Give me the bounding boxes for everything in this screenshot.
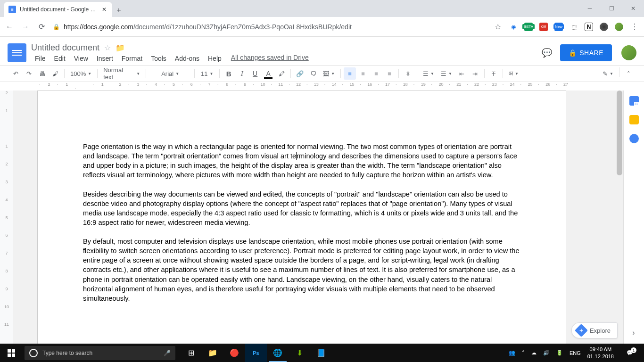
menu-file[interactable]: File bbox=[31, 54, 50, 63]
mode-select[interactable]: ✎▼ bbox=[600, 67, 616, 80]
utorrent-icon[interactable]: ⬇ bbox=[289, 344, 310, 362]
redo-button[interactable]: ↷ bbox=[23, 67, 35, 80]
extension-icon[interactable]: BETA bbox=[524, 23, 533, 31]
document-area: 211234567891011 Page orientation is the … bbox=[0, 90, 623, 344]
cortana-icon bbox=[29, 349, 38, 357]
paint-format-button[interactable]: 🖌 bbox=[49, 67, 61, 80]
extension-icon[interactable]: N bbox=[585, 23, 593, 31]
insert-comment-button[interactable]: 🗨 bbox=[307, 67, 319, 80]
taskbar-search[interactable]: Type here to search 🎤 bbox=[25, 346, 175, 360]
vertical-ruler[interactable]: 211234567891011 bbox=[0, 90, 13, 344]
scrollbar-thumb[interactable] bbox=[617, 90, 622, 175]
notifications-icon[interactable]: 💬1 bbox=[620, 350, 639, 356]
menu-insert[interactable]: Insert bbox=[93, 54, 117, 63]
start-button[interactable] bbox=[0, 344, 23, 362]
menu-view[interactable]: View bbox=[70, 54, 92, 63]
chrome-menu-icon[interactable]: ⋮ bbox=[630, 22, 639, 31]
insert-link-button[interactable]: 🔗 bbox=[294, 67, 306, 80]
menu-addons[interactable]: Add-ons bbox=[171, 54, 203, 63]
share-button[interactable]: 🔒 SHARE bbox=[560, 44, 612, 61]
input-tools-button[interactable]: अ▼ bbox=[506, 67, 521, 80]
onedrive-icon[interactable]: ☁ bbox=[531, 350, 537, 356]
menu-edit[interactable]: Edit bbox=[50, 54, 69, 63]
font-size-select[interactable]: 11▼ bbox=[198, 67, 216, 80]
extension-icon[interactable]: New bbox=[554, 23, 563, 31]
italic-button[interactable]: I bbox=[236, 67, 248, 80]
extension-icon[interactable] bbox=[600, 23, 608, 31]
extension-icon[interactable]: ⬚ bbox=[570, 23, 578, 31]
menu-tools[interactable]: Tools bbox=[147, 54, 170, 63]
extension-icon[interactable]: ◉ bbox=[509, 23, 518, 31]
text-color-button[interactable]: A bbox=[262, 67, 274, 80]
align-right-button[interactable]: ≡ bbox=[370, 67, 382, 80]
chrome-icon[interactable]: 🌐 bbox=[267, 344, 289, 362]
horizontal-ruler[interactable]: 2112345678910111213141516171819202122232… bbox=[0, 82, 644, 90]
move-folder-icon[interactable]: 📁 bbox=[116, 43, 125, 52]
document-title[interactable]: Untitled document bbox=[31, 43, 99, 53]
vertical-scrollbar[interactable] bbox=[616, 90, 623, 344]
browser-tab[interactable]: ≡ Untitled document - Google Docs ✕ bbox=[4, 2, 112, 17]
reload-button[interactable]: ⟳ bbox=[37, 22, 46, 31]
new-tab-button[interactable]: + bbox=[112, 4, 125, 17]
photoshop-icon[interactable]: Ps bbox=[245, 344, 267, 362]
app-icon[interactable]: 🔴 bbox=[223, 344, 245, 362]
task-view-icon[interactable]: ⊞ bbox=[180, 344, 202, 362]
bold-button[interactable]: B bbox=[223, 67, 235, 80]
window-maximize-button[interactable]: ☐ bbox=[601, 0, 622, 17]
file-explorer-icon[interactable]: 📁 bbox=[202, 344, 223, 362]
docs-header: Untitled document ☆ 📁 File Edit View Ins… bbox=[0, 37, 644, 65]
insert-image-button[interactable]: 🖼▼ bbox=[320, 67, 338, 80]
print-button[interactable]: 🖶 bbox=[36, 67, 48, 80]
bookmark-star-icon[interactable]: ☆ bbox=[493, 22, 503, 31]
collapse-toolbar-icon[interactable]: ˄ bbox=[622, 67, 635, 80]
people-icon[interactable]: 👥 bbox=[509, 350, 515, 356]
docs-logo-icon[interactable] bbox=[8, 43, 26, 62]
calendar-addon-icon[interactable]: 31 bbox=[629, 96, 639, 106]
align-center-button[interactable]: ≡ bbox=[357, 67, 369, 80]
save-status[interactable]: All changes saved in Drive bbox=[231, 54, 309, 63]
explore-button[interactable]: Explore bbox=[571, 322, 618, 338]
document-page[interactable]: Page orientation is the way in which a r… bbox=[37, 90, 566, 344]
window-minimize-button[interactable]: ─ bbox=[579, 0, 601, 17]
underline-button[interactable]: U bbox=[249, 67, 261, 80]
extension-icon[interactable]: Off bbox=[539, 23, 548, 31]
zoom-select[interactable]: 100%▼ bbox=[67, 67, 94, 80]
numbered-list-button[interactable]: ☰▼ bbox=[420, 67, 437, 80]
address-bar: ← → ⟳ 🔒 https://docs.google.com/document… bbox=[0, 17, 644, 37]
tasks-addon-icon[interactable] bbox=[629, 134, 639, 143]
paragraph[interactable]: Page orientation is the way in which a r… bbox=[83, 142, 520, 180]
keep-addon-icon[interactable] bbox=[629, 115, 639, 124]
back-button[interactable]: ← bbox=[5, 23, 14, 31]
side-panel-toggle-icon[interactable]: › bbox=[628, 327, 639, 338]
highlight-button[interactable]: 🖍 bbox=[275, 67, 288, 80]
line-spacing-button[interactable]: ⇳ bbox=[402, 67, 414, 80]
decrease-indent-button[interactable]: ⇤ bbox=[456, 67, 468, 80]
increase-indent-button[interactable]: ⇥ bbox=[469, 67, 481, 80]
bulleted-list-button[interactable]: ☰▼ bbox=[438, 67, 455, 80]
volume-icon[interactable]: 🔊 bbox=[543, 350, 550, 356]
menu-help[interactable]: Help bbox=[204, 54, 225, 63]
undo-button[interactable]: ↶ bbox=[9, 67, 22, 80]
clock[interactable]: 09:40 AM 01-12-2018 bbox=[587, 346, 614, 360]
style-select[interactable]: Normal text▼ bbox=[100, 67, 143, 80]
profile-avatar-icon[interactable] bbox=[615, 23, 623, 31]
align-justify-button[interactable]: ≡ bbox=[383, 67, 396, 80]
star-icon[interactable]: ☆ bbox=[104, 43, 111, 52]
mic-icon[interactable]: 🎤 bbox=[164, 350, 171, 356]
account-avatar[interactable] bbox=[621, 45, 636, 60]
tray-expand-icon[interactable]: ˄ bbox=[522, 350, 525, 356]
forward-button[interactable]: → bbox=[21, 23, 30, 31]
url-field[interactable]: 🔒 https://docs.google.com/document/d/1zz… bbox=[53, 23, 487, 31]
comments-icon[interactable]: 💬 bbox=[538, 44, 555, 61]
menu-format[interactable]: Format bbox=[118, 54, 146, 63]
window-close-button[interactable]: ✕ bbox=[622, 0, 644, 17]
paragraph[interactable]: By default, most computer and television… bbox=[83, 237, 520, 303]
clear-formatting-button[interactable]: T bbox=[487, 67, 500, 80]
language-indicator[interactable]: ENG bbox=[570, 350, 581, 356]
paragraph[interactable]: Besides describing the way documents can… bbox=[83, 189, 520, 228]
close-tab-icon[interactable]: ✕ bbox=[101, 6, 107, 13]
align-left-button[interactable]: ≡ bbox=[344, 67, 356, 80]
app-icon[interactable]: 📘 bbox=[310, 344, 332, 362]
font-select[interactable]: Arial▼ bbox=[149, 67, 191, 80]
battery-icon[interactable]: 🔋 bbox=[556, 350, 563, 356]
